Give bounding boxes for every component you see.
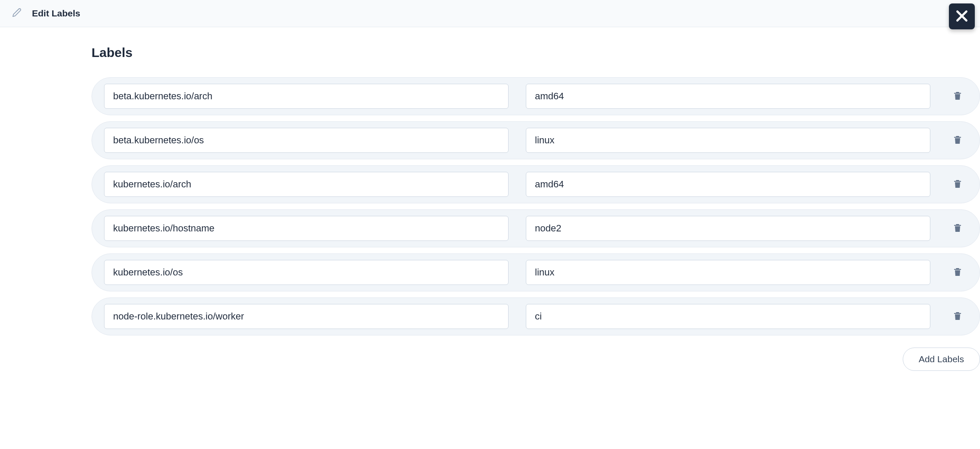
trash-icon [952,266,963,279]
labels-panel: Add Labels [92,77,980,371]
label-row [92,165,980,203]
header-left: Edit Labels [12,8,80,19]
label-value-input[interactable] [526,304,930,329]
label-key-input[interactable] [104,172,509,197]
delete-label-button[interactable] [948,130,967,150]
label-value-input[interactable] [526,84,930,109]
close-icon [954,8,970,25]
label-key-input[interactable] [104,260,509,285]
delete-label-button[interactable] [948,307,967,326]
footer-actions: Add Labels [92,348,980,371]
trash-icon [952,178,963,191]
label-value-input[interactable] [526,216,930,241]
label-key-input[interactable] [104,128,509,153]
label-value-input[interactable] [526,172,930,197]
label-row [92,297,980,335]
trash-icon [952,222,963,235]
pencil-icon [12,8,22,19]
trash-icon [952,310,963,323]
label-row [92,209,980,247]
delete-label-button[interactable] [948,174,967,194]
delete-label-button[interactable] [948,262,967,282]
label-value-input[interactable] [526,128,930,153]
label-key-input[interactable] [104,84,509,109]
label-row [92,253,980,291]
label-row [92,121,980,159]
trash-icon [952,134,963,147]
dialog-title: Edit Labels [32,8,80,19]
label-key-input[interactable] [104,216,509,241]
label-row [92,77,980,115]
delete-label-button[interactable] [948,218,967,238]
trash-icon [952,90,963,103]
label-key-input[interactable] [104,304,509,329]
label-rows [92,77,980,335]
dialog-header: Edit Labels [0,0,980,27]
section-title: Labels [92,45,980,60]
add-labels-button[interactable]: Add Labels [903,348,980,371]
close-button[interactable] [949,3,975,29]
delete-label-button[interactable] [948,86,967,106]
label-value-input[interactable] [526,260,930,285]
dialog-content: Labels Add Labels [92,27,980,371]
